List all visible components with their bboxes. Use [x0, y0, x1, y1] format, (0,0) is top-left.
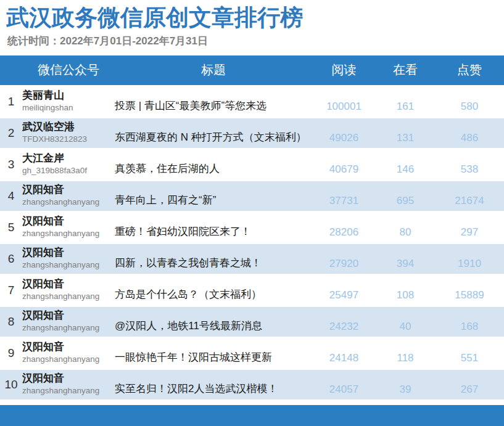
likes-count: 21674	[435, 181, 504, 211]
table-row: 7 汉阳知音 zhangshanghanyang 方岛是个什么岛？（文末福利） …	[0, 276, 504, 305]
watching-count: 80	[376, 213, 435, 242]
rank-number: 8	[0, 307, 22, 337]
account-id: zhangshanghanyang	[22, 322, 115, 334]
rank-number: 3	[0, 150, 22, 179]
account-name: 汉阳知音	[22, 246, 115, 260]
table-row: 1 美丽青山 meiliqingshan 投票 | 青山区“最美教师”等您来选 …	[0, 87, 504, 117]
reads-count: 40679	[312, 150, 376, 179]
ranking-table: 微信公众号 标题 阅读 在看 点赞 1 美丽青山 meiliqingshan 投…	[0, 55, 504, 399]
likes-count: 297	[435, 213, 504, 242]
likes-count: 538	[435, 150, 504, 179]
article-title: 方岛是个什么岛？（文末福利）	[115, 276, 312, 305]
account-id: zhangshanghanyang	[22, 291, 115, 302]
article-title: 重磅！省妇幼汉阳院区来了！	[115, 213, 312, 242]
article-title: 实至名归！汉阳2人当选武汉楷模！	[115, 370, 312, 399]
reads-count: 24232	[312, 307, 376, 337]
stats-period: 统计时间：2022年7月01日-2022年7月31日	[6, 34, 504, 48]
likes-count: 1910	[435, 244, 504, 274]
column-header-title: 标题	[115, 62, 312, 78]
account-name: 美丽青山	[22, 89, 115, 102]
rank-number: 4	[0, 181, 22, 211]
account-id: zhangshanghanyang	[22, 354, 115, 365]
account-name: 汉阳知音	[22, 372, 115, 385]
watching-count: 695	[376, 181, 435, 211]
reads-count: 28206	[312, 213, 376, 242]
likes-count: 580	[435, 87, 504, 117]
reads-count: 49026	[312, 118, 376, 148]
table-row: 9 汉阳知音 zhangshanghanyang 一眼惊艳千年！汉阳古城这样更新…	[0, 338, 504, 368]
reads-count: 37731	[312, 181, 376, 211]
table-row: 6 汉阳知音 zhangshanghanyang 四新，以青春之我创青春之城！ …	[0, 244, 504, 274]
page-header: 武汉政务微信原创文章排行榜 统计时间：2022年7月01日-2022年7月31日	[0, 0, 504, 48]
table-body: 1 美丽青山 meiliqingshan 投票 | 青山区“最美教师”等您来选 …	[0, 87, 504, 399]
account-id: meiliqingshan	[22, 102, 115, 113]
rank-number: 5	[0, 213, 22, 242]
article-title: 投票 | 青山区“最美教师”等您来选	[115, 87, 312, 117]
account-cell: 汉阳知音 zhangshanghanyang	[22, 213, 115, 242]
article-title: 一眼惊艳千年！汉阳古城这样更新	[115, 338, 312, 368]
table-row: 5 汉阳知音 zhangshanghanyang 重磅！省妇幼汉阳院区来了！ 2…	[0, 213, 504, 242]
watching-count: 131	[376, 118, 435, 148]
account-name: 汉阳知音	[22, 340, 115, 354]
watching-count: 118	[376, 338, 435, 368]
account-name: 汉阳知音	[22, 215, 115, 228]
table-header-row: 微信公众号 标题 阅读 在看 点赞	[0, 55, 504, 85]
account-id: zhangshanghanyang	[22, 228, 115, 239]
column-header-likes: 点赞	[435, 62, 504, 78]
account-cell: 汉阳知音 zhangshanghanyang	[22, 244, 115, 274]
account-cell: 大江金岸 gh_319b88fa3a0f	[22, 150, 115, 179]
watching-count: 108	[376, 276, 435, 305]
rank-number: 1	[0, 87, 22, 117]
account-name: 汉阳知音	[22, 183, 115, 197]
reads-count: 24057	[312, 370, 376, 399]
account-id: TFDXH83212823	[22, 134, 115, 145]
account-cell: 武汉临空港 TFDXH83212823	[22, 118, 115, 148]
account-name: 汉阳知音	[22, 277, 115, 291]
rank-number: 10	[0, 370, 22, 399]
likes-count: 267	[435, 370, 504, 399]
account-cell: 美丽青山 meiliqingshan	[22, 87, 115, 117]
account-cell: 汉阳知音 zhangshanghanyang	[22, 276, 115, 305]
account-name: 大江金岸	[22, 152, 115, 165]
rank-number: 2	[0, 118, 22, 148]
table-row: 8 汉阳知音 zhangshanghanyang @汉阳人，地铁11号线最新消息…	[0, 307, 504, 337]
account-name: 武汉临空港	[22, 120, 115, 134]
account-cell: 汉阳知音 zhangshanghanyang	[22, 370, 115, 399]
article-title: @汉阳人，地铁11号线最新消息	[115, 307, 312, 337]
account-id: zhangshanghanyang	[22, 197, 115, 208]
account-name: 汉阳知音	[22, 309, 115, 322]
article-title: 四新，以青春之我创青春之城！	[115, 244, 312, 274]
likes-count: 486	[435, 118, 504, 148]
article-title: 东西湖夏夜的 N 种打开方式（文末福利）	[115, 118, 312, 148]
account-id: zhangshanghanyang	[22, 385, 115, 396]
likes-count: 551	[435, 338, 504, 368]
likes-count: 168	[435, 307, 504, 337]
column-header-reads: 阅读	[312, 62, 376, 78]
table-row: 2 武汉临空港 TFDXH83212823 东西湖夏夜的 N 种打开方式（文末福…	[0, 118, 504, 148]
rank-number: 9	[0, 338, 22, 368]
article-title: 真羡慕，住在后湖的人	[115, 150, 312, 179]
likes-count: 15889	[435, 276, 504, 305]
watching-count: 394	[376, 244, 435, 274]
watching-count: 40	[376, 307, 435, 337]
rank-number: 6	[0, 244, 22, 274]
account-cell: 汉阳知音 zhangshanghanyang	[22, 307, 115, 337]
rank-number: 7	[0, 276, 22, 305]
ranking-page: 武汉政务微信原创文章排行榜 统计时间：2022年7月01日-2022年7月31日…	[0, 0, 504, 426]
reads-count: 24148	[312, 338, 376, 368]
watching-count: 39	[376, 370, 435, 399]
page-title: 武汉政务微信原创文章排行榜	[6, 5, 504, 31]
watching-count: 161	[376, 87, 435, 117]
footer-bar	[0, 405, 504, 426]
reads-count: 100001	[312, 87, 376, 117]
table-row: 4 汉阳知音 zhangshanghanyang 青年向上，四有之“新” 377…	[0, 181, 504, 211]
table-row: 10 汉阳知音 zhangshanghanyang 实至名归！汉阳2人当选武汉楷…	[0, 370, 504, 399]
account-id: zhangshanghanyang	[22, 260, 115, 271]
account-cell: 汉阳知音 zhangshanghanyang	[22, 181, 115, 211]
column-header-watching: 在看	[376, 62, 435, 78]
account-cell: 汉阳知音 zhangshanghanyang	[22, 338, 115, 368]
account-id: gh_319b88fa3a0f	[22, 165, 115, 176]
article-title: 青年向上，四有之“新”	[115, 181, 312, 211]
watching-count: 146	[376, 150, 435, 179]
reads-count: 25497	[312, 276, 376, 305]
